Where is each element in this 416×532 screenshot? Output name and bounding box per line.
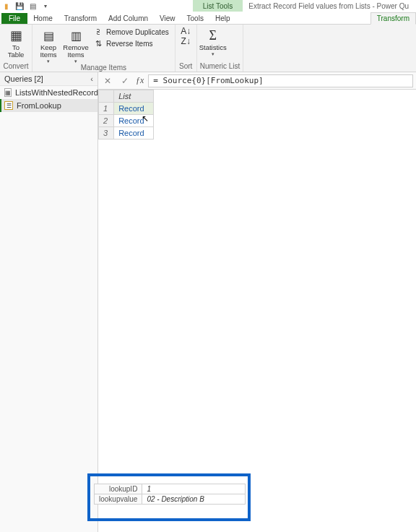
- record-field-row: lookupvalue 02 - Description B: [95, 494, 246, 505]
- reverse-items-button[interactable]: ⇅ Reverse Items: [90, 38, 172, 49]
- keep-icon: ▤: [39, 27, 58, 43]
- properties-icon[interactable]: ▤: [27, 1, 38, 11]
- queries-header: Queries [2] ‹: [0, 72, 98, 86]
- fx-icon[interactable]: ƒx: [136, 75, 144, 86]
- cell-record[interactable]: Record: [114, 127, 154, 140]
- ribbon-group-convert: ▦ To Table Convert: [0, 25, 32, 72]
- main-area: Queries [2] ‹ ▦ ListsWithNestedRecords ☰…: [0, 72, 416, 532]
- query-item-fromlookup[interactable]: ☰ FromLookup: [0, 99, 98, 112]
- record-detail-panel: lookupID 1 lookupvalue 02 - Description …: [94, 484, 246, 505]
- column-header-list[interactable]: List: [114, 90, 154, 103]
- keep-items-button[interactable]: ▤ Keep Items▾: [35, 26, 61, 64]
- accept-formula-icon[interactable]: ✓: [118, 74, 131, 87]
- statistics-button[interactable]: Σ Statistics▾: [200, 26, 226, 56]
- sort-desc-icon[interactable]: Z↓: [181, 36, 191, 46]
- sort-asc-icon[interactable]: A↓: [181, 26, 191, 36]
- data-grid[interactable]: List 1 Record 2 Record 3 Record: [98, 90, 154, 140]
- row-number: 3: [99, 127, 114, 140]
- record-field-key: lookupID: [95, 484, 142, 494]
- remove-duplicates-icon: ⫔: [93, 27, 103, 37]
- quick-access-toolbar: ▮ 💾 ▤ ▾: [1, 1, 51, 11]
- chevron-down-icon: ▾: [63, 59, 88, 64]
- row-number-header: [99, 90, 114, 103]
- query-item-lists[interactable]: ▦ ListsWithNestedRecords: [0, 86, 98, 99]
- ribbon-tab-strip: File Home Transform Add Column View Tool…: [0, 12, 416, 25]
- record-field-value: 1: [142, 484, 246, 494]
- tab-home[interactable]: Home: [27, 13, 58, 24]
- window-title: Extract Record Field values from Lists -…: [243, 2, 415, 10]
- sigma-icon: Σ: [204, 27, 222, 43]
- query-label: ListsWithNestedRecords: [15, 88, 102, 97]
- remove-items-button[interactable]: ▥ Remove Items▾: [63, 26, 89, 64]
- query-label: FromLookup: [17, 101, 61, 110]
- context-tool-tab[interactable]: List Tools: [193, 0, 243, 12]
- data-grid-wrap: List 1 Record 2 Record 3 Record ↖: [98, 90, 416, 532]
- collapse-pane-icon[interactable]: ‹: [90, 74, 93, 83]
- app-icon: ▮: [1, 1, 12, 11]
- tab-transform[interactable]: Transform: [58, 13, 103, 24]
- record-field-row: lookupID 1: [95, 484, 246, 494]
- table-row[interactable]: 1 Record: [99, 103, 154, 115]
- ribbon-group-sort: A↓ Z↓ Sort: [176, 25, 197, 72]
- table-icon: ▦: [4, 88, 12, 97]
- row-number: 1: [99, 103, 114, 115]
- tab-view[interactable]: View: [154, 13, 181, 24]
- table-icon: ▦: [6, 27, 25, 43]
- group-label-numeric: Numeric List: [200, 62, 240, 72]
- tab-help[interactable]: Help: [209, 13, 236, 24]
- tab-tools[interactable]: Tools: [181, 13, 209, 24]
- chevron-down-icon: ▾: [199, 51, 227, 56]
- reverse-icon: ⇅: [93, 38, 103, 48]
- group-label-convert: Convert: [3, 62, 29, 72]
- record-field-value: 02 - Description B: [142, 494, 246, 505]
- cancel-formula-icon[interactable]: ✕: [101, 74, 114, 87]
- ribbon-group-manage: ▤ Keep Items▾ ▥ Remove Items▾ ⫔ Remove D…: [32, 25, 176, 72]
- queries-pane: Queries [2] ‹ ▦ ListsWithNestedRecords ☰…: [0, 72, 98, 532]
- tab-context-transform[interactable]: Transform: [370, 12, 416, 25]
- list-icon: ☰: [4, 101, 13, 110]
- cell-record[interactable]: Record: [114, 115, 154, 127]
- queries-title: Queries [2]: [4, 74, 43, 83]
- chevron-down-icon: ▾: [40, 59, 56, 64]
- ribbon-group-numeric: Σ Statistics▾ Numeric List: [197, 25, 244, 72]
- title-bar: ▮ 💾 ▤ ▾ List Tools Extract Record Field …: [0, 0, 416, 12]
- to-table-button[interactable]: ▦ To Table: [3, 26, 29, 59]
- formula-input[interactable]: [148, 74, 413, 87]
- cell-record[interactable]: Record: [114, 103, 154, 115]
- formula-bar: ✕ ✓ ƒx: [98, 72, 416, 90]
- row-number: 2: [99, 115, 114, 127]
- tab-file[interactable]: File: [1, 13, 27, 24]
- remove-icon: ▥: [66, 27, 85, 43]
- remove-duplicates-button[interactable]: ⫔ Remove Duplicates: [90, 26, 172, 38]
- qat-dropdown-icon[interactable]: ▾: [40, 1, 51, 11]
- preview-pane: ✕ ✓ ƒx List 1 Record 2 Record: [98, 72, 416, 532]
- table-row[interactable]: 3 Record: [99, 127, 154, 140]
- save-icon[interactable]: 💾: [14, 1, 25, 11]
- ribbon: ▦ To Table Convert ▤ Keep Items▾ ▥ Remov…: [0, 25, 416, 72]
- tab-add-column[interactable]: Add Column: [103, 13, 154, 24]
- group-label-sort: Sort: [178, 62, 194, 72]
- table-row[interactable]: 2 Record: [99, 115, 154, 127]
- record-field-key: lookupvalue: [95, 494, 142, 505]
